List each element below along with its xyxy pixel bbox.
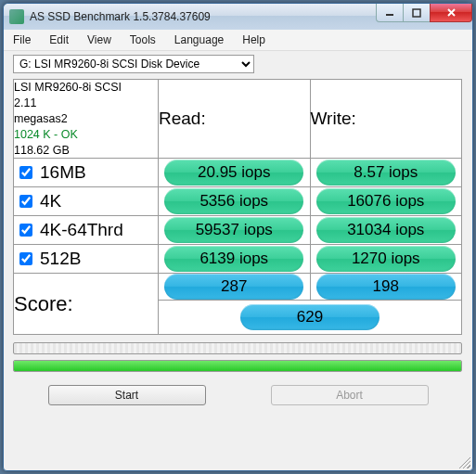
app-icon	[9, 9, 24, 24]
read-16mb: 20.95 iops	[164, 160, 303, 186]
menu-help[interactable]: Help	[242, 33, 265, 46]
write-512b: 1270 iops	[316, 246, 456, 272]
app-window: AS SSD Benchmark 1.5.3784.37609 File Edi…	[3, 3, 473, 471]
menu-file[interactable]: File	[13, 33, 31, 46]
close-button[interactable]	[430, 4, 472, 22]
toolbar: G: LSI MR9260-8i SCSI Disk Device	[4, 51, 472, 77]
maximize-icon	[412, 8, 421, 18]
read-4k: 5356 iops	[164, 188, 303, 214]
resize-grip[interactable]	[457, 455, 470, 468]
row-score: Score: 287 198	[14, 274, 462, 301]
menu-language[interactable]: Language	[174, 33, 224, 46]
window-title: AS SSD Benchmark 1.5.3784.37609	[30, 10, 211, 23]
write-16mb: 8.57 iops	[316, 160, 456, 186]
score-total: 629	[240, 304, 380, 330]
menu-edit[interactable]: Edit	[49, 33, 69, 46]
write-4k: 16076 iops	[316, 188, 456, 214]
check-16mb[interactable]	[19, 166, 32, 179]
read-512b: 6139 iops	[164, 246, 303, 272]
svg-rect-1	[413, 9, 420, 17]
info-driver: megasas2	[14, 111, 158, 127]
check-4k64[interactable]	[19, 224, 32, 237]
minimize-icon	[385, 8, 394, 18]
results-grid: LSI MR9260-8i SCSI 2.11 megasas2 1024 K …	[13, 79, 462, 335]
info-capacity: 118.62 GB	[14, 143, 158, 159]
header-write: Write:	[310, 80, 462, 159]
menu-view[interactable]: View	[87, 33, 111, 46]
label-512b: 512B	[40, 249, 81, 269]
label-16mb: 16MB	[40, 162, 86, 183]
score-write: 198	[316, 274, 456, 300]
check-4k[interactable]	[19, 195, 32, 208]
progress-top	[13, 342, 462, 354]
label-4k: 4K	[40, 191, 61, 211]
row-4k: 4K 5356 iops 16076 iops	[14, 187, 462, 216]
read-4k64: 59537 iops	[164, 217, 303, 243]
device-info: LSI MR9260-8i SCSI 2.11 megasas2 1024 K …	[14, 80, 159, 159]
abort-button[interactable]: Abort	[271, 385, 429, 405]
check-512b[interactable]	[19, 252, 32, 265]
minimize-button[interactable]	[376, 4, 404, 22]
info-model: LSI MR9260-8i SCSI	[14, 80, 158, 96]
maximize-button[interactable]	[403, 4, 431, 22]
write-4k64: 31034 iops	[316, 217, 456, 243]
start-button[interactable]: Start	[48, 385, 206, 405]
device-select[interactable]: G: LSI MR9260-8i SCSI Disk Device	[13, 55, 254, 73]
row-4k64: 4K-64Thrd 59537 iops 31034 iops	[14, 216, 462, 245]
label-4k64: 4K-64Thrd	[40, 220, 123, 240]
progress-area	[4, 340, 472, 383]
menubar: File Edit View Tools Language Help	[4, 30, 472, 51]
info-alignment: 1024 K - OK	[14, 127, 158, 143]
score-label: Score:	[14, 274, 159, 335]
menu-tools[interactable]: Tools	[130, 33, 156, 46]
titlebar[interactable]: AS SSD Benchmark 1.5.3784.37609	[4, 4, 472, 30]
button-bar: Start Abort	[4, 383, 472, 413]
header-read: Read:	[159, 80, 311, 159]
progress-bottom	[13, 360, 462, 372]
info-firmware: 2.11	[14, 96, 158, 111]
row-512b: 512B 6139 iops 1270 iops	[14, 245, 462, 274]
close-icon	[446, 7, 457, 18]
row-16mb: 16MB 20.95 iops 8.57 iops	[14, 159, 462, 187]
score-read: 287	[164, 274, 303, 300]
